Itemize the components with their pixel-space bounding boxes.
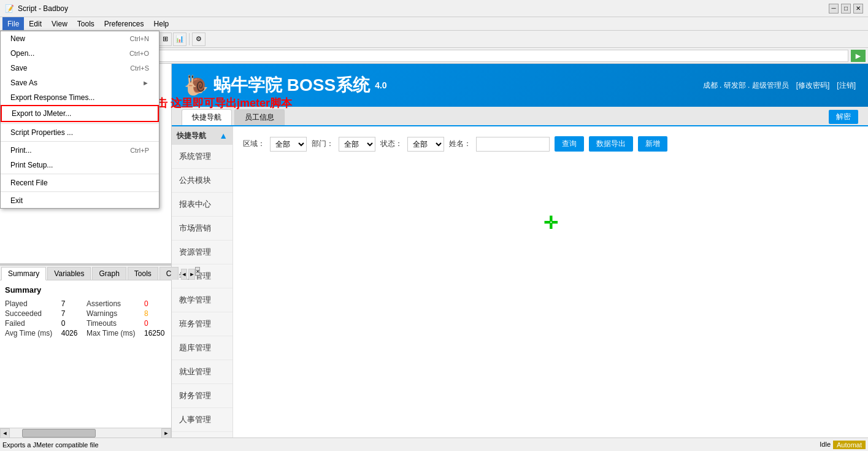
change-pwd-link[interactable]: [修改密码]	[796, 80, 830, 91]
automate-button[interactable]: Automat	[833, 441, 866, 449]
nav-item-resource[interactable]: 资源管理	[172, 241, 232, 264]
menu-item-recent-file-label: Recent File	[10, 179, 48, 187]
menu-preferences[interactable]: Preferences	[99, 17, 149, 30]
go-button[interactable]: ►	[851, 50, 866, 62]
dept-select[interactable]: 全部	[339, 137, 375, 152]
timeouts-value: 0	[144, 319, 166, 328]
cursor-cross-icon: ✛	[543, 213, 558, 233]
max-time-label: Max Time (ms)	[86, 329, 137, 337]
timeouts-label: Timeouts	[86, 319, 137, 328]
menu-item-save-as-arrow: ►	[142, 79, 149, 87]
menu-item-save-as[interactable]: Save As ►	[1, 75, 159, 90]
menu-item-export-response[interactable]: Export Response Times...	[1, 90, 159, 105]
nav-item-hr[interactable]: 人事管理	[172, 408, 232, 432]
menu-file[interactable]: File	[2, 17, 24, 30]
bottom-panel-close[interactable]: ×	[195, 267, 200, 276]
h-scroll-thumb[interactable]	[22, 429, 96, 438]
window-title: Script - Badboy	[18, 4, 68, 13]
filter-bar: 区域： 全部 部门： 全部 状态： 全部	[243, 136, 858, 152]
nav-item-finance[interactable]: 财务管理	[172, 384, 232, 408]
failed-label: Failed	[5, 319, 54, 328]
menu-item-recent-file[interactable]: Recent File	[1, 175, 159, 190]
tab-tools[interactable]: Tools	[128, 267, 158, 280]
title-bar-left: 📝 Script - Badboy	[5, 4, 68, 13]
nav-item-public[interactable]: 公共模块	[172, 169, 232, 193]
name-label: 姓名：	[449, 139, 471, 149]
tab-c[interactable]: C	[159, 267, 179, 280]
scroll-left[interactable]: ◄	[0, 428, 10, 438]
status-right: Idle Automat	[820, 441, 866, 449]
menu-edit[interactable]: Edit	[24, 17, 47, 30]
nav-collapse-arrow[interactable]: ▲	[219, 131, 228, 141]
menu-help[interactable]: Help	[149, 17, 174, 30]
tab-nav-next[interactable]: ►	[188, 269, 195, 280]
nav-header-label: 快捷导航	[177, 131, 206, 141]
content-area: ✛	[243, 161, 858, 284]
nav-item-class[interactable]: 班务管理	[172, 312, 232, 336]
browser-content: 🐌 蜗牛学院 BOSS系统 4.0 成都 . 研发部 . 超级管理员 [修改密码…	[172, 64, 868, 438]
boss-version: 4.0	[375, 80, 386, 90]
query-button[interactable]: 查询	[555, 136, 584, 152]
succeeded-value: 7	[61, 309, 79, 318]
tab-summary[interactable]: Summary	[1, 267, 46, 280]
played-value: 7	[61, 299, 79, 308]
dept-label: 部门：	[312, 139, 334, 149]
app-icon: 📝	[5, 4, 14, 13]
menu-view[interactable]: View	[47, 17, 72, 30]
menu-item-new-shortcut: Ctrl+N	[130, 35, 149, 42]
bottom-panel: Summary Variables Graph Tools C ◄ ► × Su…	[0, 266, 171, 438]
close-button[interactable]: ✕	[853, 4, 863, 13]
left-sidebar: 快捷导航 ▲ 系统管理 公共模块 报表中心 市场营销 资源管理 学员管理 教学管…	[172, 126, 233, 438]
grid-button[interactable]: ⊞	[158, 33, 172, 46]
boss-header: 🐌 蜗牛学院 BOSS系统 4.0 成都 . 研发部 . 超级管理员 [修改密码…	[172, 64, 868, 107]
browser-tab-quick-nav[interactable]: 快捷导航	[182, 109, 232, 125]
menu-item-new-label: New	[10, 34, 25, 43]
maximize-button[interactable]: □	[841, 4, 851, 13]
summary-title: Summary	[5, 285, 166, 295]
tab-nav-prev[interactable]: ◄	[181, 269, 188, 280]
menu-item-open-shortcut: Ctrl+O	[129, 50, 149, 57]
h-scrollbar: ◄ ►	[0, 428, 171, 438]
nav-item-market[interactable]: 市场营销	[172, 217, 232, 241]
browser-tab-employee-info[interactable]: 员工信息	[234, 109, 285, 125]
menu-item-export-jmeter-label: Export to JMeter...	[12, 109, 71, 118]
tabs-bar: Summary Variables Graph Tools C ◄ ► ×	[0, 266, 171, 280]
chart-button[interactable]: 📊	[173, 33, 186, 46]
menu-item-script-props[interactable]: Script Properties ...	[1, 125, 159, 140]
export-data-button[interactable]: 数据导出	[589, 136, 633, 152]
nav-item-employment[interactable]: 就业管理	[172, 360, 232, 384]
menu-item-export-jmeter[interactable]: Export to JMeter...	[1, 105, 159, 122]
menu-item-open[interactable]: Open... Ctrl+O	[1, 46, 159, 61]
idle-text: Idle	[820, 441, 831, 449]
scroll-right[interactable]: ►	[161, 428, 171, 438]
warnings-value: 8	[144, 309, 166, 318]
title-bar-controls: ─ □ ✕	[829, 4, 863, 13]
area-label: 区域：	[243, 139, 265, 149]
menu-item-open-label: Open...	[10, 49, 34, 58]
menu-item-print[interactable]: Print... Ctrl+P	[1, 143, 159, 158]
assertions-label: Assertions	[86, 299, 137, 308]
menu-item-new[interactable]: New Ctrl+N	[1, 31, 159, 46]
nav-item-system[interactable]: 系统管理	[172, 145, 232, 169]
nav-item-teaching[interactable]: 教学管理	[172, 288, 232, 312]
menu-item-exit[interactable]: Exit	[1, 193, 159, 208]
assertions-value: 0	[144, 299, 166, 308]
nav-item-exam[interactable]: 题库管理	[172, 336, 232, 360]
logout-link[interactable]: [注销]	[837, 80, 856, 91]
menu-item-save[interactable]: Save Ctrl+S	[1, 61, 159, 75]
menu-item-print-setup[interactable]: Print Setup...	[1, 158, 159, 172]
name-input[interactable]	[476, 137, 550, 152]
tab-graph[interactable]: Graph	[92, 267, 126, 280]
menu-item-save-shortcut: Ctrl+S	[130, 64, 149, 72]
menu-item-print-label: Print...	[10, 146, 32, 155]
status-select[interactable]: 全部	[407, 137, 444, 152]
minimize-button[interactable]: ─	[829, 4, 839, 13]
menu-tools[interactable]: Tools	[72, 17, 99, 30]
add-button[interactable]: 新增	[638, 136, 667, 152]
right-panel: 🐌 蜗牛学院 BOSS系统 4.0 成都 . 研发部 . 超级管理员 [修改密码…	[172, 64, 868, 438]
tab-variables[interactable]: Variables	[47, 267, 91, 280]
area-select[interactable]: 全部	[270, 137, 307, 152]
decrypt-button[interactable]: 解密	[829, 110, 858, 124]
settings-button[interactable]: ⚙	[192, 33, 205, 46]
nav-item-report[interactable]: 报表中心	[172, 193, 232, 217]
